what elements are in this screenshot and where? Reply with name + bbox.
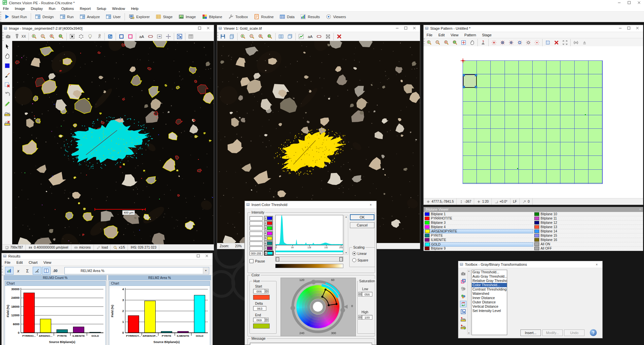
close-icon[interactable]	[634, 0, 644, 6]
selection-delete-tool[interactable]	[4, 82, 10, 88]
message-textbox[interactable]	[250, 343, 372, 345]
hand-tool[interactable]	[4, 53, 10, 60]
maximize-icon[interactable]	[401, 26, 410, 31]
results-button[interactable]: Results	[297, 13, 323, 21]
arrow-tool[interactable]	[4, 44, 10, 50]
dash-square-button[interactable]	[544, 38, 552, 47]
bitplane-item-bitplane-14[interactable]: Bitplane 14	[533, 229, 643, 233]
bitplane-item-bitplane-12[interactable]: Bitplane 12	[533, 221, 643, 225]
objective-button[interactable]: XX	[13, 32, 27, 41]
radio-icon[interactable]	[352, 258, 356, 262]
color-wheel[interactable]	[281, 278, 355, 335]
close-icon[interactable]	[633, 26, 642, 31]
toolbox-category-squares[interactable]	[460, 278, 467, 285]
intensity-bitplane-button-8[interactable]: 8	[264, 251, 274, 256]
ruler-tool[interactable]	[4, 111, 10, 117]
intensity-range-field-6[interactable]	[249, 241, 263, 246]
main-menu-image[interactable]: Image	[12, 7, 28, 11]
hue-start-spinner[interactable]: 006 ▲▼	[253, 289, 269, 293]
burst-ellipse-button[interactable]	[524, 38, 533, 47]
image-button[interactable]: Image	[175, 13, 199, 21]
square-radio[interactable]: Square	[352, 258, 368, 262]
intensity-bitplane-button-2[interactable]: 2	[264, 221, 273, 225]
rotate-button[interactable]	[77, 32, 86, 41]
mag-reset-button[interactable]	[442, 38, 451, 47]
toolbox-category-ruler-redgreen[interactable]	[460, 324, 467, 330]
toolbox-titlebar[interactable]: Toolbox - Gray/Binary Transformations ×	[458, 261, 602, 268]
bitplane-item-bitplane-11[interactable]: Bitplane 11	[533, 216, 643, 221]
fitwidth-button[interactable]	[146, 32, 155, 41]
grid-dark-button[interactable]	[323, 32, 332, 41]
results-menu-chart[interactable]: Chart	[26, 260, 41, 264]
maximize-icon[interactable]	[625, 26, 633, 31]
stack-button[interactable]	[285, 32, 294, 41]
stage-canvas[interactable]	[424, 46, 643, 198]
micrograph-segmented[interactable]: 400 µm	[12, 41, 214, 244]
run-button[interactable]: Run	[57, 13, 77, 21]
checkbox-icon[interactable]	[249, 259, 253, 263]
hue-delta-field[interactable]: 063	[253, 306, 266, 311]
stage-window-titlebar[interactable]: Stage Pattern - Untitled *	[424, 25, 643, 32]
main-menu-options[interactable]: Options	[58, 7, 77, 11]
chevron-down-icon[interactable]: ▼	[203, 268, 208, 274]
molecules-button[interactable]	[175, 32, 184, 41]
mag-fit-button[interactable]	[265, 32, 274, 41]
toolbox-item[interactable]: Color Threshold...	[472, 283, 507, 287]
toolbox-category-camera[interactable]	[460, 270, 467, 277]
hand-button[interactable]	[468, 38, 476, 47]
spin-up-icon[interactable]: ▲	[265, 289, 269, 291]
toolbox-item[interactable]: Auto Gray Threshold...	[472, 274, 507, 279]
intensity-bitplane-button-7[interactable]: 7	[264, 246, 273, 251]
data-button[interactable]: Data	[277, 13, 297, 21]
main-menu-setup[interactable]: Setup	[94, 7, 109, 11]
intensity-bitplane-button-5[interactable]: 5	[264, 236, 273, 241]
italic-x-button[interactable]: x	[14, 267, 23, 275]
main-menu-file[interactable]: File	[0, 7, 12, 11]
toolbox-item[interactable]: Outer Distance	[472, 300, 507, 304]
bitplane-item-bitplane-10[interactable]: Bitplane 10	[533, 212, 643, 216]
brush-tool[interactable]	[4, 72, 10, 79]
stage-menu-edit[interactable]: Edit	[436, 33, 448, 37]
minimize-icon[interactable]	[614, 0, 624, 6]
bp-blue-button[interactable]	[106, 32, 115, 41]
main-menu-help[interactable]: Help	[128, 7, 141, 11]
slider-handle-low[interactable]	[276, 257, 279, 261]
analyze-button[interactable]: Analyze	[77, 13, 103, 21]
scroll-down-icon[interactable]: ▼	[468, 332, 470, 334]
bitplane-item-bitplane-3[interactable]: Bitplane 3	[424, 221, 533, 225]
text-aA-button[interactable]: aA	[306, 32, 315, 41]
ok-button[interactable]: OK	[350, 214, 374, 220]
intensity-histogram[interactable]	[276, 215, 343, 245]
bitplane-item-pyrrhotite[interactable]: PYRRHOTITE	[424, 216, 533, 221]
intensity-bitplane-button-4[interactable]: 4	[264, 231, 273, 236]
bitplane-button[interactable]: Bitplane	[199, 13, 225, 21]
stage-menu-stage[interactable]: Stage	[479, 33, 495, 37]
bitplane-item-bitplane-9[interactable]: Bitplane 9	[424, 247, 533, 251]
burst-globe-button[interactable]	[507, 38, 515, 47]
scroll-up-icon[interactable]: ▲	[468, 270, 470, 272]
mag-fit-button[interactable]	[451, 38, 459, 47]
intensity-range-field-1[interactable]	[249, 216, 263, 221]
stage-menu-file[interactable]: File	[424, 33, 436, 37]
sigma-button[interactable]: Σ	[23, 267, 32, 275]
bitplane-item-bitplane-1[interactable]: Bitplane 1	[424, 212, 533, 216]
bitplane-item-bitplane-16[interactable]: Bitplane 16	[533, 238, 643, 242]
maximize-icon[interactable]	[624, 0, 634, 6]
bitplane-item-all-on[interactable]: All ON	[533, 242, 643, 247]
explorer-button[interactable]: Explorer	[126, 13, 153, 21]
burst-table-button[interactable]	[498, 38, 507, 47]
mag-plus-button[interactable]	[239, 32, 247, 41]
toolbox-category-balls-color[interactable]	[460, 293, 467, 300]
select-x-button[interactable]	[68, 32, 77, 41]
minimize-icon[interactable]	[393, 26, 401, 31]
bitplane-item-all-off[interactable]: All OFF	[533, 247, 643, 251]
intensity-range-field-5[interactable]	[249, 236, 263, 241]
close-icon[interactable]	[204, 26, 212, 31]
toolbox-operation-list[interactable]: Gray Threshold...Auto Gray Threshold...R…	[472, 270, 507, 335]
main-menu-report[interactable]: Report	[77, 7, 94, 11]
stage-menu-view[interactable]: View	[448, 33, 462, 37]
intensity-bitplane-button-1[interactable]: 1	[264, 216, 273, 221]
help-button[interactable]: ?	[590, 329, 597, 336]
split-button[interactable]	[277, 32, 285, 41]
toolbox-item[interactable]: Inner Distance	[472, 296, 507, 300]
